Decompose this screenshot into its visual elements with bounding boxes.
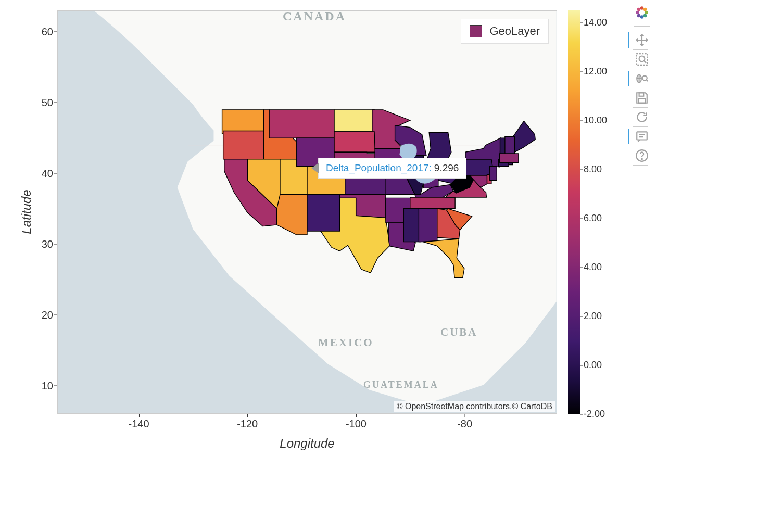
pan-tool[interactable] <box>633 31 651 49</box>
svg-rect-12 <box>639 93 643 96</box>
y-tick: 60 <box>42 26 53 37</box>
state-new-hampshire[interactable] <box>505 136 515 154</box>
hover-tool[interactable] <box>633 127 651 146</box>
wheel-zoom-tool[interactable] <box>633 69 651 88</box>
y-tick: 10 <box>42 379 53 391</box>
osm-link[interactable]: OpenStreetMap <box>405 402 464 411</box>
svg-point-1 <box>643 8 647 11</box>
state-alabama[interactable] <box>419 209 437 242</box>
colorbar-tick: 14.00 <box>584 17 607 28</box>
x-tick: -100 <box>346 418 367 430</box>
choropleth-svg <box>58 11 557 413</box>
svg-rect-13 <box>638 98 645 103</box>
tooltip-value: 9.296 <box>434 162 459 174</box>
legend[interactable]: GeoLayer <box>461 19 549 44</box>
svg-point-9 <box>639 56 645 62</box>
hover-tooltip: Delta_Population_2017: 9.296 <box>318 158 466 179</box>
pan-icon <box>635 33 649 47</box>
colorbar-tick: -2.00 <box>584 409 605 420</box>
svg-point-7 <box>637 8 640 11</box>
tooltip-key: Delta_Population_2017: <box>326 162 432 174</box>
colorbar-tick: 0.00 <box>584 360 602 371</box>
state-south-dakota[interactable] <box>334 132 375 152</box>
colorbar-tick: 8.00 <box>584 164 602 175</box>
svg-point-2 <box>645 11 648 15</box>
save-tool[interactable] <box>633 88 651 107</box>
x-tick: -140 <box>129 418 149 430</box>
state-north-dakota[interactable] <box>334 110 374 132</box>
attribution-mid: contributors,© <box>464 402 521 411</box>
svg-rect-14 <box>637 132 647 140</box>
svg-point-16 <box>641 159 642 160</box>
x-axis: -140-120-100-80 <box>57 414 557 440</box>
svg-point-5 <box>637 14 640 18</box>
state-new-mexico[interactable] <box>307 195 339 232</box>
reset-icon <box>635 110 649 124</box>
state-washington[interactable] <box>222 110 264 134</box>
box-zoom-tool[interactable] <box>633 50 651 69</box>
map-attribution: © OpenStreetMap contributors,© CartoDB <box>394 401 555 412</box>
attribution-prefix: © <box>397 402 405 411</box>
state-oregon[interactable] <box>223 131 264 159</box>
carto-link[interactable]: CartoDB <box>521 402 552 411</box>
map-plot[interactable]: CANADA MEXICO CUBA GUATEMALA GeoLayer De… <box>57 10 557 414</box>
svg-point-4 <box>640 15 643 19</box>
box-zoom-icon <box>635 53 649 66</box>
colorbar: 14.0012.0010.008.006.004.002.000.00-2.00 <box>565 10 627 414</box>
svg-point-6 <box>636 11 639 15</box>
y-tick: 40 <box>42 167 53 179</box>
colorbar-tick: 2.00 <box>584 311 602 322</box>
reset-tool[interactable] <box>633 108 651 126</box>
colorbar-tick: 12.00 <box>584 66 607 77</box>
colorbar-tick: 10.00 <box>584 115 607 126</box>
svg-rect-8 <box>636 54 648 65</box>
state-tennessee[interactable] <box>410 197 455 209</box>
y-axis: 102030405060 <box>31 10 57 414</box>
state-massachusetts[interactable] <box>499 154 518 163</box>
colorbar-tick: 4.00 <box>584 262 602 273</box>
state-new-jersey[interactable] <box>490 166 497 180</box>
y-tick: 20 <box>42 309 53 321</box>
hover-icon <box>635 130 649 143</box>
bokeh-logo[interactable] <box>633 3 651 22</box>
y-tick: 50 <box>42 96 53 108</box>
toolbar-divider <box>633 165 648 166</box>
toolbar-divider <box>634 26 650 27</box>
x-tick: -120 <box>237 418 258 430</box>
help-icon <box>635 149 649 162</box>
svg-point-3 <box>643 14 647 18</box>
save-icon <box>635 91 649 105</box>
x-tick: -80 <box>457 418 472 430</box>
svg-point-0 <box>640 6 643 10</box>
y-tick: 30 <box>42 238 53 250</box>
wheel-zoom-icon <box>635 72 649 85</box>
state-mississippi[interactable] <box>403 209 420 242</box>
colorbar-gradient <box>568 10 580 414</box>
colorbar-tick: 6.00 <box>584 213 602 224</box>
state-montana[interactable] <box>269 110 334 138</box>
bokeh-toolbar <box>630 3 653 166</box>
legend-label: GeoLayer <box>489 24 540 38</box>
legend-swatch <box>470 25 482 37</box>
help-tool[interactable] <box>633 146 651 165</box>
